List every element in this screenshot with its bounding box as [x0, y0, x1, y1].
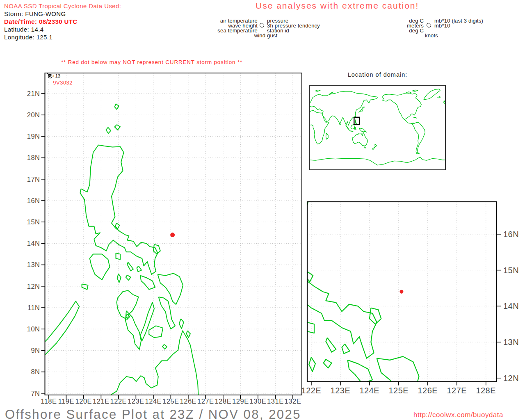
svg-text:127E: 127E	[197, 397, 214, 405]
svg-text:118E: 118E	[41, 397, 57, 405]
main-map-coastlines	[30, 104, 198, 395]
svg-text:124E: 124E	[360, 386, 380, 395]
station-id-value: 9V3032	[53, 80, 73, 86]
zoom-map-x-axis: 122E123E124E125E126E127E128E	[301, 382, 496, 395]
world-inset-map-coastlines	[310, 89, 445, 165]
svg-text:9N: 9N	[31, 347, 40, 354]
zoom-map-y-axis: 16N15N14N13N12N	[497, 230, 519, 383]
svg-text:120E: 120E	[75, 397, 92, 405]
svg-text:12N: 12N	[27, 283, 40, 290]
svg-text:12N: 12N	[503, 374, 519, 383]
svg-text:122E: 122E	[301, 386, 322, 395]
svg-text:11N: 11N	[27, 304, 40, 311]
station-pressure-tendency-value: +13	[52, 73, 61, 78]
svg-text:123E: 123E	[331, 386, 351, 395]
svg-text:8N: 8N	[31, 368, 40, 375]
svg-text:20N: 20N	[27, 111, 40, 119]
svg-text:125E: 125E	[162, 397, 179, 405]
svg-text:13N: 13N	[503, 338, 519, 347]
main-map-y-axis: 21N20N19N18N17N16N15N14N13N12N11N10N9N8N…	[27, 90, 45, 397]
svg-text:16N: 16N	[27, 197, 40, 204]
svg-text:15N: 15N	[503, 266, 519, 275]
svg-text:121E: 121E	[93, 397, 110, 405]
storm-position-dot	[399, 290, 403, 294]
world-inset-map-frame	[310, 85, 445, 170]
svg-text:17N: 17N	[27, 176, 40, 183]
svg-text:18N: 18N	[27, 154, 40, 161]
svg-text:21N: 21N	[27, 90, 40, 97]
world-inset-map	[310, 85, 445, 170]
main-map-x-axis: 118E119E120E121E122E123E124E125E126E127E…	[41, 395, 301, 405]
svg-text:19N: 19N	[27, 132, 40, 140]
main-map: 118E119E120E121E122E123E124E125E126E127E…	[27, 71, 302, 405]
svg-text:126E: 126E	[418, 386, 438, 395]
svg-text:130E: 130E	[250, 397, 267, 405]
svg-text:123E: 123E	[128, 397, 144, 405]
source-url-link[interactable]: http://coolwx.com/buoydata	[413, 411, 503, 419]
svg-text:14N: 14N	[503, 301, 519, 310]
svg-text:10N: 10N	[27, 325, 40, 333]
storm-position-dot	[170, 233, 175, 237]
svg-text:14N: 14N	[27, 240, 40, 247]
plot-canvas: 118E119E120E121E122E123E124E125E126E127E…	[0, 0, 525, 420]
svg-text:124E: 124E	[145, 397, 162, 405]
svg-text:126E: 126E	[180, 397, 197, 405]
svg-text:129E: 129E	[232, 397, 249, 405]
svg-text:125E: 125E	[388, 386, 409, 395]
svg-text:7N: 7N	[31, 390, 40, 397]
svg-text:127E: 127E	[447, 386, 467, 395]
svg-text:128E: 128E	[215, 397, 232, 405]
zoom-map: 122E123E124E125E126E127E128E16N15N14N13N…	[164, 72, 519, 420]
domain-box	[354, 117, 360, 124]
svg-text:13N: 13N	[27, 261, 40, 268]
svg-text:128E: 128E	[476, 386, 496, 395]
svg-text:132E: 132E	[285, 397, 301, 405]
svg-text:15N: 15N	[27, 218, 40, 226]
zoom-map-coastlines	[164, 72, 445, 420]
svg-text:122E: 122E	[110, 397, 127, 405]
svg-text:131E: 131E	[267, 397, 284, 405]
plot-title: Offshore Surface Plot at 23Z / NOV 08, 2…	[5, 407, 301, 420]
svg-text:119E: 119E	[58, 397, 74, 405]
svg-text:16N: 16N	[503, 230, 519, 239]
